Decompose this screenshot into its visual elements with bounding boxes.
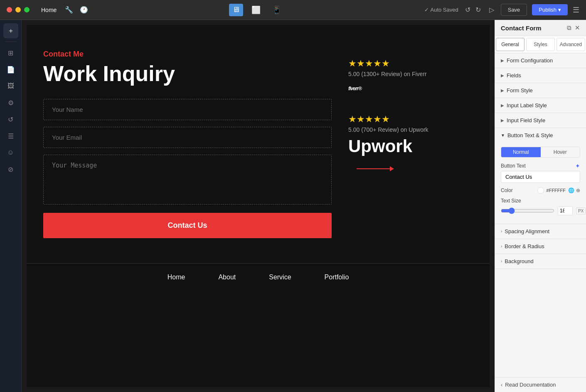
panel-tabs: General Styles Advanced [495, 36, 586, 53]
auto-saved-indicator: ✓ Auto Saved [424, 7, 458, 13]
check-icon: ✓ [424, 7, 429, 13]
tab-styles[interactable]: Styles [526, 38, 555, 51]
section-form-style-header[interactable]: ▶ Form Style [495, 83, 586, 98]
panel-close-icon[interactable]: ✕ [575, 24, 580, 32]
color-icons: 🌐 ⊕ [568, 187, 580, 193]
undo-redo-group: ↺ ↻ [463, 4, 483, 15]
undo-button[interactable]: ↺ [463, 4, 472, 15]
redo-button[interactable]: ↻ [474, 4, 483, 15]
section-button-text-style: ▼ Button Text & Style Normal Hover Butto… [495, 128, 586, 224]
section-form-style-label: Form Style [507, 87, 533, 94]
panel-body: ▶ Form Configuration ▶ Fields ▶ Form Sty… [495, 53, 586, 377]
wrench-icon[interactable]: 🔧 [63, 4, 75, 15]
color-label: Color [501, 187, 513, 193]
chevron-down-icon: ▾ [558, 7, 561, 13]
footer-home[interactable]: Home [167, 274, 185, 281]
read-documentation-link[interactable]: Read Documentation [505, 382, 556, 388]
home-tab[interactable]: Home [38, 5, 60, 15]
panel-header: Contact Form ⧉ ✕ [495, 20, 586, 36]
right-panel: Contact Form ⧉ ✕ General Styles Advanced… [495, 20, 586, 392]
sidebar-item-cancel[interactable]: ⊘ [3, 162, 18, 177]
sidebar-item-add[interactable]: ＋ [3, 23, 18, 38]
normal-tab[interactable]: Normal [501, 147, 541, 157]
tab-general[interactable]: General [496, 38, 524, 51]
chevron-right-icon-8: › [501, 259, 502, 264]
section-spacing-alignment-header[interactable]: › Spacing Alignment [495, 224, 586, 239]
text-size-slider[interactable] [501, 207, 554, 214]
mobile-button[interactable]: 📱 [269, 4, 285, 16]
section-fields: ▶ Fields [495, 68, 586, 83]
section-border-radius-label: Border & Radius [505, 243, 544, 249]
footer-service[interactable]: Service [269, 274, 291, 281]
section-form-configuration-header[interactable]: ▶ Form Configuration [495, 53, 586, 68]
section-background: › Background [495, 254, 586, 269]
section-input-label-style-header[interactable]: ▶ Input Label Style [495, 98, 586, 113]
footer-about[interactable]: About [218, 274, 236, 281]
sidebar-item-grid[interactable]: ⊞ [3, 45, 18, 60]
contact-left: Contact Me Work Inquiry Contact Us [43, 50, 332, 238]
sidebar-item-theme[interactable]: ↺ [3, 112, 18, 127]
text-size-label: Text Size [501, 198, 580, 204]
close-button[interactable] [7, 7, 12, 12]
sidebar-item-media[interactable]: 🖼 [3, 79, 18, 94]
section-background-label: Background [505, 258, 533, 264]
menu-icon[interactable]: ☰ [573, 5, 579, 15]
preview-button[interactable]: ▷ [488, 4, 496, 15]
color-swatch[interactable] [537, 187, 544, 194]
section-input-field-style-header[interactable]: ▶ Input Field Style [495, 113, 586, 128]
page-heading: Work Inquiry [43, 62, 332, 86]
titlebar-nav: Home 🔧 🕐 [38, 4, 90, 15]
tab-advanced[interactable]: Advanced [556, 38, 585, 51]
desktop-button[interactable]: 🖥 [229, 4, 243, 16]
button-text-style-body: Normal Hover Button Text ✦ Color [495, 143, 586, 224]
sidebar-item-settings[interactable]: ⚙ [3, 95, 18, 110]
canvas-area: Contact Me Work Inquiry Contact Us ★★★★★… [22, 20, 495, 392]
fiverr-review: 5.00 (1300+ Review) on Fiverr [348, 71, 473, 77]
button-text-input[interactable] [505, 174, 576, 180]
panel-footer[interactable]: ‹ Read Documentation [495, 377, 586, 392]
save-button[interactable]: Save [501, 4, 527, 16]
panel-copy-icon[interactable]: ⧉ [567, 24, 571, 32]
tablet-button[interactable]: ⬜ [248, 4, 264, 16]
contact-me-label: Contact Me [43, 50, 332, 59]
button-text-input-row [501, 171, 580, 183]
section-form-style: ▶ Form Style [495, 83, 586, 98]
maximize-button[interactable] [24, 7, 30, 12]
section-border-radius: › Border & Radius [495, 239, 586, 254]
section-input-label-style-label: Input Label Style [507, 102, 547, 108]
email-input[interactable] [43, 127, 332, 148]
chevron-right-icon-5: ▶ [501, 118, 504, 123]
left-sidebar: ＋ ⊞ 📄 🖼 ⚙ ↺ ☰ ☺ ⊘ [0, 20, 22, 392]
section-input-field-style: ▶ Input Field Style [495, 113, 586, 128]
dynamic-icon[interactable]: ✦ [575, 163, 580, 169]
section-background-header[interactable]: › Background [495, 254, 586, 269]
sidebar-item-pages[interactable]: 📄 [3, 62, 18, 77]
sidebar-item-nav[interactable]: ☰ [3, 128, 18, 143]
contact-us-button[interactable]: Contact Us [43, 213, 332, 238]
chevron-right-icon-4: ▶ [501, 103, 504, 108]
publish-button[interactable]: Publish ▾ [532, 4, 568, 15]
upwork-review: 5.00 (700+ Review) on Upwork [348, 126, 473, 133]
device-switcher: 🖥 ⬜ 📱 [95, 4, 419, 16]
color-value: #FFFFFF 🌐 ⊕ [537, 187, 580, 194]
text-size-input[interactable] [558, 206, 573, 215]
dynamic-color-icon[interactable]: ⊕ [576, 187, 580, 193]
minimize-button[interactable] [15, 7, 21, 12]
section-border-radius-header[interactable]: › Border & Radius [495, 239, 586, 254]
global-icon[interactable]: 🌐 [568, 187, 574, 193]
section-button-text-style-header[interactable]: ▼ Button Text & Style [495, 128, 586, 143]
chevron-right-icon: ▶ [501, 58, 504, 63]
section-input-field-style-label: Input Field Style [507, 117, 545, 123]
history-icon[interactable]: 🕐 [78, 4, 90, 15]
upwork-stars: ★★★★★ [348, 114, 473, 125]
sidebar-item-users[interactable]: ☺ [3, 145, 18, 160]
main-layout: ＋ ⊞ 📄 🖼 ⚙ ↺ ☰ ☺ ⊘ Contact Me Work Inquir… [0, 20, 586, 392]
sidebar-divider [5, 42, 17, 42]
footer-portfolio[interactable]: Portfolio [325, 274, 349, 281]
name-input[interactable] [43, 99, 332, 120]
message-input[interactable] [43, 155, 332, 205]
section-spacing-alignment-label: Spacing Alignment [505, 228, 549, 234]
section-fields-header[interactable]: ▶ Fields [495, 68, 586, 83]
hover-tab[interactable]: Hover [541, 147, 580, 157]
chevron-down-icon-2: ▼ [501, 133, 505, 138]
